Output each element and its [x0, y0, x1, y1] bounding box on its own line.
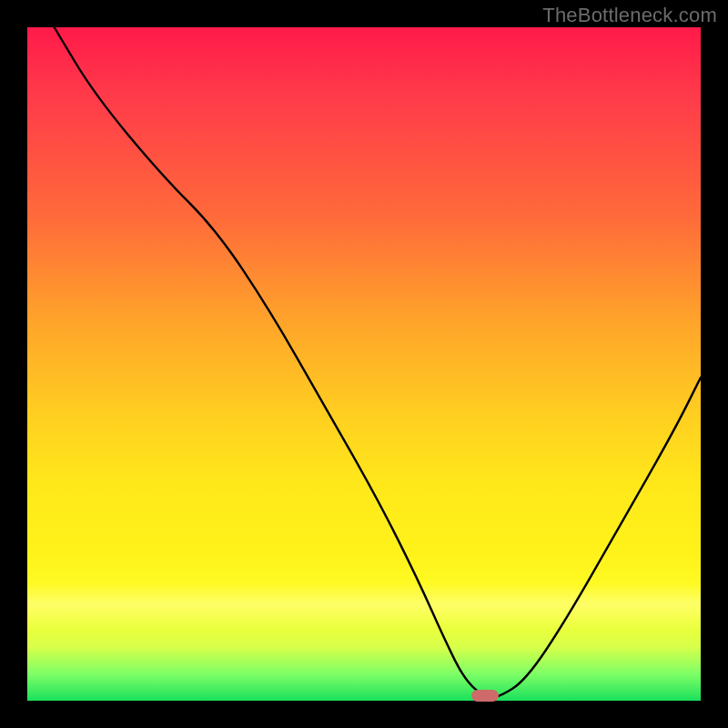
plot-area [27, 27, 701, 701]
chart-frame: TheBottleneck.com [0, 0, 728, 728]
watermark-text: TheBottleneck.com [542, 4, 717, 27]
bottleneck-curve [27, 27, 701, 701]
optimal-point-marker [471, 690, 499, 702]
